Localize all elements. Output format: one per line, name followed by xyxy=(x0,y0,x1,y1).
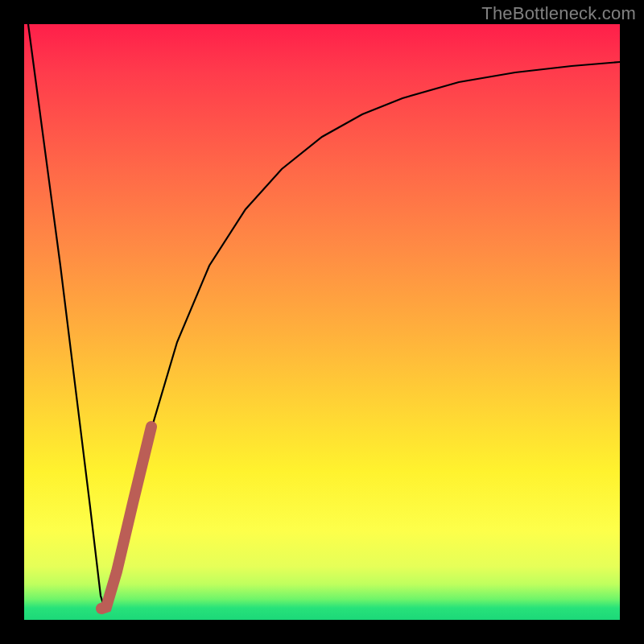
watermark-text: TheBottleneck.com xyxy=(481,3,636,24)
chart-frame: TheBottleneck.com xyxy=(0,0,644,644)
plot-area xyxy=(24,24,620,620)
highlight-segment xyxy=(101,427,151,609)
bottleneck-curve xyxy=(28,24,620,609)
chart-svg xyxy=(24,24,620,620)
